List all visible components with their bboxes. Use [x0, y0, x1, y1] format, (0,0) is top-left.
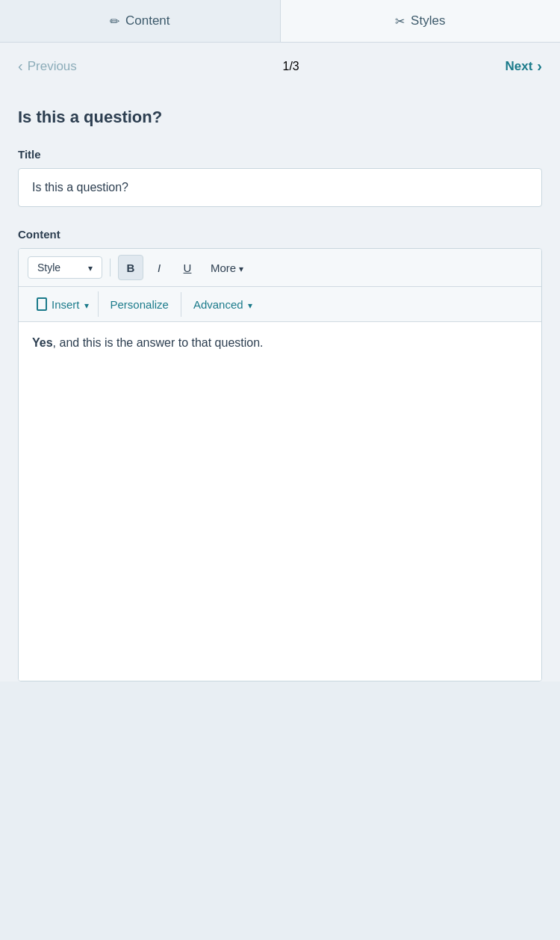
more-chevron-icon [239, 262, 243, 274]
advanced-button[interactable]: Advanced [181, 292, 264, 317]
title-field-label: Title [18, 148, 542, 161]
next-label: Next [505, 59, 532, 74]
style-dropdown-label: Style [37, 262, 60, 273]
rich-text-editor: Style B I U More Insert [18, 248, 542, 681]
rte-body-text: , and this is the answer to that questio… [53, 336, 264, 349]
pencil-icon: ✏ [110, 14, 119, 28]
rte-bold-text: Yes [32, 336, 53, 349]
next-button[interactable]: Next [505, 58, 542, 75]
content-field-label: Content [18, 228, 542, 241]
underline-icon: U [184, 262, 192, 274]
previous-label: Previous [28, 59, 77, 74]
chevron-right-icon [537, 58, 542, 75]
tab-styles[interactable]: ✂ Styles [280, 0, 561, 42]
tab-bar: ✏ Content ✂ Styles [0, 0, 560, 43]
rte-toolbar-top: Style B I U More [19, 249, 541, 287]
insert-button[interactable]: Insert [28, 291, 99, 317]
rte-editor-body[interactable]: Yes, and this is the answer to that ques… [19, 322, 541, 681]
style-dropdown-chevron [88, 262, 93, 273]
advanced-chevron-icon [248, 298, 252, 311]
page-counter: 1/3 [283, 60, 299, 73]
title-input[interactable] [18, 168, 542, 207]
underline-button[interactable]: U [175, 255, 200, 280]
main-content: Is this a question? Title Content Style … [0, 90, 560, 681]
more-label: More [211, 262, 236, 274]
insert-label: Insert [52, 298, 80, 311]
bold-button[interactable]: B [118, 255, 143, 280]
insert-icon [37, 297, 47, 311]
page-heading: Is this a question? [18, 108, 542, 127]
scissors-icon: ✂ [395, 14, 405, 28]
toolbar-divider-1 [110, 259, 111, 276]
style-dropdown[interactable]: Style [28, 256, 102, 279]
rte-toolbar-bottom: Insert Personalize Advanced [19, 287, 541, 322]
insert-chevron-icon [84, 298, 89, 311]
italic-icon: I [158, 262, 161, 274]
tab-content-label: Content [125, 13, 170, 28]
previous-button[interactable]: Previous [18, 58, 77, 75]
bold-icon: B [127, 262, 135, 274]
navigation-row: Previous 1/3 Next [0, 43, 560, 90]
chevron-left-icon [18, 58, 23, 75]
tab-styles-label: Styles [411, 13, 445, 28]
italic-button[interactable]: I [146, 255, 172, 280]
personalize-button[interactable]: Personalize [99, 292, 181, 317]
personalize-label: Personalize [111, 298, 169, 311]
advanced-label: Advanced [193, 298, 243, 311]
tab-content[interactable]: ✏ Content [0, 0, 280, 42]
more-button[interactable]: More [203, 257, 251, 279]
